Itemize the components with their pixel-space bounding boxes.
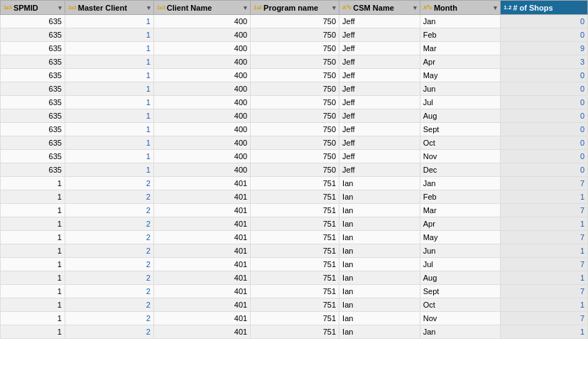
cell-shops: 0	[501, 69, 588, 82]
cell-month: Jun	[420, 82, 501, 96]
cell-csm: Ian	[339, 325, 420, 339]
col-header-csm[interactable]: Aᴮc CSM Name ▾	[339, 1, 420, 15]
cell-program: 750	[251, 123, 339, 136]
cell-csm: Jeff	[339, 123, 420, 136]
cell-spmid: 1	[1, 217, 65, 231]
table-row: 6351400750JeffJun0	[1, 82, 588, 96]
cell-master: 1	[65, 96, 153, 109]
cell-client: 401	[153, 271, 250, 285]
cell-client: 400	[153, 69, 250, 82]
cell-spmid: 1	[1, 190, 65, 204]
cell-spmid: 635	[1, 96, 65, 109]
cell-csm: Ian	[339, 244, 420, 258]
cell-month: Dec	[420, 163, 501, 177]
table-row: 6351400750JeffMar9	[1, 42, 588, 55]
col-header-spmid[interactable]: 1₂3 SPMID ▾	[1, 1, 65, 15]
cell-program: 750	[251, 163, 339, 177]
cell-csm: Jeff	[339, 28, 420, 42]
cell-client: 400	[153, 123, 250, 136]
cell-spmid: 635	[1, 69, 65, 82]
col-header-month[interactable]: Aᴮc Month ▾	[420, 1, 501, 15]
cell-spmid: 635	[1, 82, 65, 96]
cell-program: 751	[251, 204, 339, 217]
cell-master: 2	[65, 231, 153, 244]
filter-icon-csm[interactable]: ▾	[413, 4, 417, 11]
cell-csm: Ian	[339, 298, 420, 312]
col-header-master[interactable]: 1₂3 Master Client ▾	[65, 1, 153, 15]
filter-icon-master[interactable]: ▾	[147, 4, 151, 11]
cell-client: 401	[153, 244, 250, 258]
cell-shops: 1	[501, 190, 588, 204]
cell-shops: 1	[501, 217, 588, 231]
table-header: 1₂3 SPMID ▾ 1₂3 Master Client ▾ 1₂3 Clie…	[1, 1, 588, 15]
cell-client: 400	[153, 55, 250, 69]
cell-shops: 1	[501, 298, 588, 312]
cell-month: Aug	[420, 109, 501, 123]
filter-icon-program[interactable]: ▾	[332, 4, 336, 11]
cell-month: Jul	[420, 258, 501, 271]
cell-master: 2	[65, 298, 153, 312]
col-label-shops: # of Shops	[513, 4, 579, 12]
cell-csm: Jeff	[339, 69, 420, 82]
col-label-csm: CSM Name	[353, 4, 411, 12]
filter-icon-month[interactable]: ▾	[494, 4, 497, 11]
col-header-shops[interactable]: 1.2 # of Shops ▾	[501, 1, 588, 15]
cell-client: 400	[153, 82, 250, 96]
cell-client: 401	[153, 217, 250, 231]
table-row: 12401751IanMar7	[1, 204, 588, 217]
cell-spmid: 1	[1, 258, 65, 271]
cell-month: Jan	[420, 325, 501, 339]
cell-spmid: 1	[1, 204, 65, 217]
cell-client: 401	[153, 204, 250, 217]
filter-icon-shops[interactable]: ▾	[581, 4, 584, 11]
cell-program: 751	[251, 244, 339, 258]
cell-month: May	[420, 69, 501, 82]
col-type-icon: 1₂3	[68, 4, 77, 11]
col-type-icon: 1₂3	[4, 4, 12, 11]
table-row: 6351400750JeffJan0	[1, 15, 588, 28]
table-row: 6351400750JeffOct0	[1, 136, 588, 150]
cell-program: 751	[251, 217, 339, 231]
table-row: 12401751IanFeb1	[1, 190, 588, 204]
cell-month: Feb	[420, 190, 501, 204]
cell-month: Aug	[420, 271, 501, 285]
cell-program: 750	[251, 109, 339, 123]
table-row: 6351400750JeffJul0	[1, 96, 588, 109]
cell-shops: 7	[501, 177, 588, 190]
cell-shops: 0	[501, 123, 588, 136]
cell-master: 1	[65, 150, 153, 163]
cell-spmid: 1	[1, 325, 65, 339]
cell-master: 1	[65, 69, 153, 82]
cell-shops: 1	[501, 244, 588, 258]
cell-program: 750	[251, 150, 339, 163]
cell-csm: Ian	[339, 285, 420, 298]
filter-icon-client[interactable]: ▾	[244, 4, 247, 11]
cell-program: 750	[251, 136, 339, 150]
cell-month: Nov	[420, 150, 501, 163]
cell-client: 400	[153, 42, 250, 55]
cell-client: 401	[153, 285, 250, 298]
cell-program: 751	[251, 298, 339, 312]
cell-spmid: 635	[1, 150, 65, 163]
cell-csm: Jeff	[339, 163, 420, 177]
cell-program: 750	[251, 28, 339, 42]
cell-program: 751	[251, 177, 339, 190]
table-row: 12401751IanApr1	[1, 217, 588, 231]
col-header-client[interactable]: 1₂3 Client Name ▾	[153, 1, 250, 15]
cell-shops: 9	[501, 42, 588, 55]
cell-master: 2	[65, 312, 153, 325]
cell-master: 1	[65, 28, 153, 42]
col-type-icon: 1₂3	[254, 4, 262, 11]
cell-spmid: 635	[1, 28, 65, 42]
cell-csm: Jeff	[339, 136, 420, 150]
cell-master: 1	[65, 109, 153, 123]
cell-client: 401	[153, 177, 250, 190]
col-header-program[interactable]: 1₂3 Program name ▾	[251, 1, 339, 15]
cell-client: 400	[153, 163, 250, 177]
cell-shops: 1	[501, 325, 588, 339]
table-row: 6351400750JeffMay0	[1, 69, 588, 82]
col-label-program: Program name	[263, 4, 331, 12]
filter-icon-spmid[interactable]: ▾	[58, 4, 62, 11]
cell-client: 401	[153, 325, 250, 339]
col-type-icon: Aᴮc	[342, 4, 352, 11]
